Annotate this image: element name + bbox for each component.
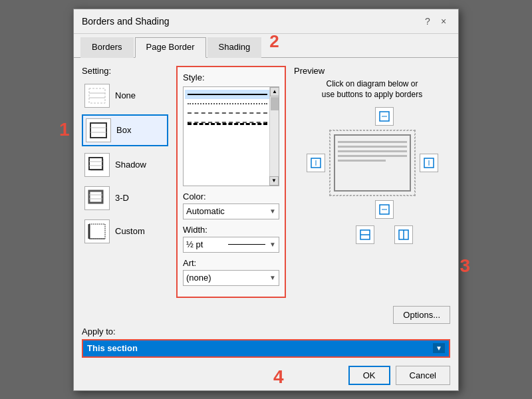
scroll-up-btn[interactable]: ▲ (270, 87, 279, 96)
options-row: Options... (82, 306, 450, 324)
setting-none[interactable]: None (82, 81, 168, 110)
style-scrollbar[interactable]: ▲ ▼ (269, 87, 279, 186)
style-panel: Style: ▲ (176, 66, 286, 298)
close-button[interactable]: × (437, 15, 450, 28)
top-border-button[interactable] (375, 107, 394, 126)
annotation-4: 4 (273, 366, 284, 388)
setting-box[interactable]: Box (82, 114, 168, 146)
svg-rect-3 (90, 123, 106, 138)
preview-text-lines (335, 136, 410, 167)
style-label: Style: (183, 72, 279, 82)
setting-custom[interactable]: Custom (82, 217, 168, 246)
apply-to-arrow-icon: ▼ (433, 343, 445, 353)
vert-border-button[interactable] (394, 225, 413, 244)
apply-row: Apply to: This section ▼ (82, 327, 450, 358)
apply-to-group: Apply to: This section ▼ (82, 327, 450, 358)
width-line-preview (228, 244, 266, 245)
width-arrow-icon: ▼ (269, 241, 276, 248)
art-select[interactable]: (none) ▼ (183, 270, 279, 286)
style-dash-dot[interactable] (185, 118, 277, 129)
custom-label: Custom (115, 226, 145, 236)
dialog-title: Borders and Shading (82, 16, 170, 27)
art-arrow-icon: ▼ (269, 274, 276, 281)
box-icon (86, 118, 111, 142)
svg-rect-0 (89, 88, 105, 103)
cancel-button[interactable]: Cancel (396, 366, 450, 385)
horiz-border-button[interactable] (356, 225, 374, 244)
dialog-buttons: OK Cancel (74, 360, 458, 390)
content-area: Setting: None (74, 58, 458, 306)
tab-shading[interactable]: Shading (207, 37, 262, 58)
color-value: Automatic (186, 206, 269, 216)
style-solid[interactable] (185, 90, 277, 99)
setting-shadow[interactable]: Shadow (82, 150, 168, 180)
width-value: ½ pt (186, 239, 224, 249)
preview-area (294, 107, 450, 244)
scroll-down-btn[interactable]: ▼ (269, 176, 279, 186)
art-label: Art: (183, 258, 279, 268)
settings-panel: Setting: None (82, 66, 168, 298)
preview-middle-row (307, 130, 438, 196)
style-dashed[interactable] (185, 108, 277, 118)
svg-rect-13 (89, 224, 105, 239)
svg-rect-10 (89, 191, 102, 203)
preview-label: Preview (294, 66, 450, 76)
art-value: (none) (186, 273, 269, 283)
color-select[interactable]: Automatic ▼ (183, 203, 279, 219)
preview-line-5 (338, 160, 386, 162)
preview-line-3 (338, 150, 407, 152)
color-field: Color: Automatic ▼ (183, 192, 279, 219)
art-field: Art: (none) ▼ (183, 258, 279, 286)
apply-to-value: This section (87, 343, 433, 353)
color-arrow-icon: ▼ (269, 207, 276, 215)
setting-3d[interactable]: 3-D (82, 184, 168, 213)
annotation-3: 3 (460, 255, 470, 277)
right-border-button[interactable] (420, 154, 438, 172)
annotation-1: 1 (59, 119, 70, 140)
preview-canvas[interactable] (329, 130, 416, 196)
tab-bar: Borders Page Border Shading 2 (74, 37, 458, 58)
title-bar-left: Borders and Shading (82, 16, 170, 27)
threed-label: 3-D (115, 193, 129, 203)
extra-border-buttons (356, 225, 413, 244)
none-label: None (115, 90, 136, 100)
preview-panel: Preview Click on diagram below oruse but… (294, 66, 450, 298)
tab-page-border[interactable]: Page Border (135, 37, 206, 58)
style-dotted[interactable] (185, 99, 277, 108)
ok-button[interactable]: OK (348, 366, 390, 385)
preview-top-row (375, 107, 394, 126)
help-button[interactable]: ? (421, 15, 434, 28)
none-icon (84, 84, 110, 108)
preview-box-border (334, 134, 411, 192)
preview-line-2 (338, 146, 407, 148)
style-list[interactable]: ▲ ▼ (183, 86, 279, 186)
scroll-thumb[interactable] (271, 97, 279, 110)
width-select[interactable]: ½ pt ▼ (183, 237, 279, 253)
preview-line-1 (338, 141, 407, 143)
shadow-label: Shadow (115, 160, 146, 170)
color-label: Color: (183, 192, 279, 201)
custom-icon (84, 219, 110, 243)
style-list-inner (184, 87, 279, 132)
title-bar: Borders and Shading ? × (74, 9, 458, 34)
shadow-icon (84, 153, 110, 177)
options-button[interactable]: Options... (393, 306, 450, 324)
preview-hint: Click on diagram below oruse buttons to … (294, 78, 450, 101)
width-field: Width: ½ pt ▼ (183, 225, 279, 253)
settings-label: Setting: (82, 66, 168, 76)
title-actions: ? × (421, 15, 450, 28)
apply-to-select[interactable]: This section ▼ (82, 339, 450, 358)
svg-rect-7 (89, 158, 102, 170)
threed-icon (84, 186, 110, 210)
preview-bottom-row (375, 200, 394, 219)
apply-section: Options... Apply to: This section ▼ (74, 306, 458, 360)
apply-to-label: Apply to: (82, 327, 450, 336)
preview-line-4 (338, 155, 407, 157)
annotation-2: 2 (269, 31, 279, 52)
borders-shading-dialog: Borders and Shading ? × Borders Page Bor… (73, 9, 459, 391)
tab-borders[interactable]: Borders (80, 37, 134, 58)
left-border-button[interactable] (307, 154, 325, 172)
bottom-border-button[interactable] (375, 200, 394, 219)
width-label: Width: (183, 225, 279, 235)
box-label: Box (116, 125, 131, 135)
